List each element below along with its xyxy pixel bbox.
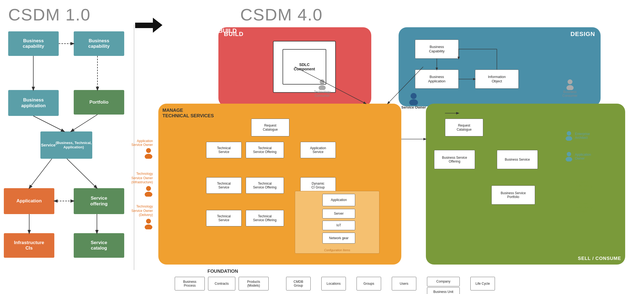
svg-point-22 [145,192,152,197]
svg-point-31 [567,131,571,136]
foundation-label: FOUNDATION [207,269,631,274]
svg-point-36 [566,186,572,191]
ci-items-area: Application Server IoT Network gear Conf… [295,191,379,254]
box-service-catalog: Servicecatalog [74,233,124,258]
req-catalogue-tech: RequestCatalogue [251,119,289,136]
build-label-outer: BUILD [218,27,237,34]
svg-point-38 [566,208,572,212]
biz-service-portfolio: Business ServicePortfolio [491,185,535,205]
svg-point-30 [409,99,418,105]
build-area: BUILD SDLCComponent Teams [218,27,371,106]
csdm-4-title: CSDM 4.0 [240,5,323,24]
tech-service-3: TechnicalService [206,210,242,226]
tech-service-offering-3: TechnicalService Offering [246,210,284,226]
svg-point-20 [145,154,152,159]
svg-point-25 [320,79,325,84]
box-application: Application [4,188,54,214]
manage-tech-label: MANAGETECHNICAL SERVICES [162,108,214,119]
teams-person: Teams [227,63,238,83]
tech-service-offering-2: TechnicalService Offering [246,177,284,194]
box-portfolio: Portfolio [74,90,124,115]
iot-box: IoT [322,221,355,230]
foundation-locations: Locations [321,277,346,290]
svg-point-27 [568,79,572,84]
csdm-1-title: CSDM 1.0 [8,5,91,24]
tech-service-1: TechnicalService [206,142,242,158]
box-business-capability-2: Businesscapability [74,31,124,56]
svg-point-19 [146,148,151,153]
tech-service-offering-1: TechnicalService Offering [246,142,284,158]
box-business-capability-1: Businesscapability [8,31,59,56]
design-label: DESIGN [571,31,595,38]
tech-service-owner-infra-label: TechnologyService Owner(Infrastructure) [96,172,153,197]
foundation-company: Company [427,277,460,286]
svg-point-12 [229,63,235,69]
foundation-business-process: BusinessProcess [175,277,205,290]
svg-point-21 [146,186,151,191]
svg-point-26 [319,85,326,90]
tech-service-owner-delivery-label: TechnologyService Owner(Delivery) [96,205,153,229]
svg-line-4 [71,115,97,131]
foundation-users: Users [392,277,416,290]
app-service-owner-label: ApplicationService Owner [98,139,153,159]
design-info-object: InformationObject [475,70,519,89]
svg-rect-10 [135,23,154,28]
foundation-lifecycle: Life Cycle [470,277,495,290]
sell-area: SELL / CONSUME RequestCatalogue Business… [426,104,625,265]
network-gear-box: Network gear [322,233,355,244]
foundation-products: Products(Models) [239,277,269,290]
right-roles: EnterpriseArchitect ApplicationOwner [565,131,591,161]
box-infrastructure-cis: InfrastructureCIs [4,233,54,258]
server-box: Server [322,209,355,218]
svg-point-24 [145,224,152,229]
tech-service-2: TechnicalService [206,177,242,194]
req-catalogue-biz: RequestCatalogue [445,119,483,136]
svg-point-28 [566,85,574,90]
svg-point-37 [567,203,571,207]
service-owner: Service Owner [401,93,426,109]
manage-tech-area: MANAGETECHNICAL SERVICES RequestCatalogu… [158,104,401,265]
svg-point-34 [566,157,572,161]
foundation-groups: Groups [357,277,381,290]
biz-service-offering: Business ServiceOffering [434,150,475,169]
design-biz-application: BusinessApplication [415,70,459,89]
svg-point-33 [567,152,571,156]
technology-consumer: TechnologyConsumer [314,79,331,98]
application-box: Application [322,194,355,206]
box-service: Service(Business, Technical,Application) [40,131,92,159]
svg-line-6 [67,159,97,188]
svg-point-32 [566,136,572,141]
config-items-label: Configuration Items [324,248,350,252]
foundation-business-unit: Business Unit [427,287,460,294]
sell-label: SELL / CONSUME [578,256,621,261]
foundation-contracts: Contracts [208,277,235,290]
design-biz-capability: BusinessCapability [415,40,459,59]
business-consumer: BusinessConsumer [562,79,577,98]
biz-service: Business Service [497,150,538,169]
teams-label: Teams [227,79,238,83]
svg-line-5 [29,159,52,188]
box-business-application: Businessapplication [8,90,59,116]
foundation-cmdb: CMDBGroup [286,277,311,290]
app-service: ApplicationService [300,142,336,158]
foundation-area: FOUNDATION BusinessProcess Contracts Pro… [158,269,631,294]
right-roles-2: BusinessRelationshipManager CustomerRela… [565,180,593,213]
svg-point-13 [228,71,236,78]
right-panel: CSDM 4.0 BUILD SDLCComponent Teams BUILD… [158,0,644,294]
svg-point-35 [567,181,571,186]
svg-line-3 [33,116,64,131]
svg-point-23 [146,219,151,224]
svg-point-29 [411,93,417,99]
